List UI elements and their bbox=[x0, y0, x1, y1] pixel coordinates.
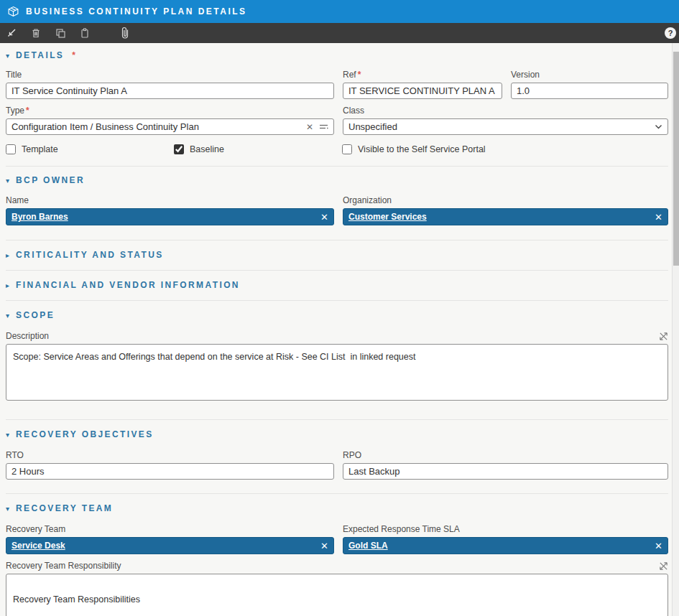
organization-field[interactable]: Customer Services ✕ bbox=[343, 208, 668, 225]
chevron-down-icon bbox=[655, 124, 662, 129]
ssp-checkbox-label: Visible to the Self Service Portal bbox=[358, 144, 486, 154]
clear-icon[interactable]: ✕ bbox=[320, 213, 328, 222]
title-input[interactable] bbox=[6, 83, 334, 99]
type-label: Type* bbox=[6, 106, 334, 116]
recovery-team-field[interactable]: Service Desk ✕ bbox=[6, 537, 334, 554]
organization-label: Organization bbox=[343, 195, 668, 205]
toolbar: ? bbox=[0, 23, 679, 43]
section-title: RECOVERY TEAM bbox=[16, 503, 113, 513]
ssp-visible-checkbox[interactable] bbox=[342, 144, 352, 154]
required-marker: * bbox=[72, 50, 77, 60]
responsibility-label: Recovery Team Responsibility bbox=[6, 561, 121, 571]
recovery-team-link[interactable]: Service Desk bbox=[11, 541, 65, 551]
section-title: SCOPE bbox=[16, 310, 55, 320]
section-header-bcp-owner[interactable]: ▾ BCP OWNER bbox=[6, 175, 668, 185]
name-label: Name bbox=[6, 195, 334, 205]
clear-icon[interactable]: ✕ bbox=[306, 123, 313, 131]
page-title: BUSINESS CONTINUITY PLAN DETAILS bbox=[26, 6, 247, 17]
rpo-input[interactable] bbox=[343, 463, 668, 480]
rto-input[interactable] bbox=[6, 463, 334, 480]
rto-label: RTO bbox=[6, 450, 334, 460]
section-header-financial[interactable]: ▸ FINANCIAL AND VENDOR INFORMATION bbox=[6, 280, 668, 290]
scrollbar-thumb[interactable] bbox=[673, 52, 679, 266]
type-input[interactable] bbox=[6, 118, 334, 135]
bcp-owner-name-link[interactable]: Byron Barnes bbox=[11, 212, 68, 222]
chevron-down-icon: ▾ bbox=[6, 52, 9, 60]
response-sla-link[interactable]: Gold SLA bbox=[348, 541, 388, 551]
template-checkbox-row: Template bbox=[6, 144, 174, 154]
recovery-team-label: Recovery Team bbox=[6, 524, 334, 534]
template-checkbox[interactable] bbox=[6, 144, 16, 154]
baseline-checkbox[interactable] bbox=[174, 144, 184, 154]
template-checkbox-label: Template bbox=[22, 144, 58, 154]
chevron-down-icon: ▾ bbox=[6, 505, 9, 513]
class-select[interactable]: Unspecified bbox=[343, 118, 668, 135]
expand-icon[interactable] bbox=[659, 561, 668, 571]
chevron-right-icon: ▸ bbox=[6, 281, 9, 289]
ref-label: Ref* bbox=[343, 70, 502, 80]
rpo-label: RPO bbox=[343, 450, 668, 460]
section-header-recovery-team[interactable]: ▾ RECOVERY TEAM bbox=[6, 503, 668, 513]
version-label: Version bbox=[511, 70, 668, 80]
ref-input[interactable] bbox=[343, 83, 502, 99]
section-header-details[interactable]: ▾ DETAILS * bbox=[6, 50, 668, 60]
form-content: ▾ DETAILS * Title Ref* Version Type* ✕ bbox=[0, 50, 672, 616]
bcp-owner-name-field[interactable]: Byron Barnes ✕ bbox=[6, 208, 334, 225]
ssp-checkbox-row: Visible to the Self Service Portal bbox=[342, 144, 486, 154]
description-label: Description bbox=[6, 331, 49, 341]
section-header-criticality[interactable]: ▸ CRITICALITY AND STATUS bbox=[6, 250, 668, 260]
delete-icon[interactable] bbox=[29, 26, 43, 40]
help-button[interactable]: ? bbox=[665, 27, 676, 39]
paste-icon[interactable] bbox=[78, 26, 92, 40]
section-header-scope[interactable]: ▾ SCOPE bbox=[6, 310, 668, 320]
clear-icon[interactable]: ✕ bbox=[655, 213, 662, 222]
section-title: RECOVERY OBJECTIVES bbox=[16, 429, 154, 439]
version-input[interactable] bbox=[511, 83, 668, 99]
responsibility-textarea[interactable]: Recovery Team Responsibilities bbox=[6, 574, 668, 616]
collapse-arrow-icon[interactable] bbox=[4, 26, 19, 40]
description-textarea[interactable]: Scope: Service Areas and Offerings that … bbox=[6, 344, 668, 401]
clear-icon[interactable]: ✕ bbox=[655, 541, 662, 551]
chevron-right-icon: ▸ bbox=[6, 251, 9, 259]
organization-link[interactable]: Customer Services bbox=[348, 212, 427, 222]
copy-icon[interactable] bbox=[53, 26, 68, 40]
response-sla-field[interactable]: Gold SLA ✕ bbox=[343, 537, 668, 554]
section-title: DETAILS bbox=[16, 50, 64, 60]
window-titlebar: BUSINESS CONTINUITY PLAN DETAILS bbox=[0, 0, 679, 23]
baseline-checkbox-row: Baseline bbox=[174, 144, 342, 154]
chevron-down-icon: ▾ bbox=[6, 431, 9, 439]
expand-icon[interactable] bbox=[659, 332, 668, 341]
cube-icon bbox=[7, 6, 19, 18]
class-label: Class bbox=[343, 106, 668, 116]
vertical-scrollbar[interactable] bbox=[672, 43, 679, 616]
section-title: FINANCIAL AND VENDOR INFORMATION bbox=[16, 280, 240, 290]
baseline-checkbox-label: Baseline bbox=[190, 144, 224, 154]
clear-icon[interactable]: ✕ bbox=[320, 541, 328, 551]
chevron-down-icon: ▾ bbox=[6, 177, 9, 185]
section-header-recovery-objectives[interactable]: ▾ RECOVERY OBJECTIVES bbox=[6, 429, 668, 439]
class-selected-value: Unspecified bbox=[348, 121, 397, 132]
attachment-icon[interactable] bbox=[118, 26, 132, 40]
chevron-down-icon: ▾ bbox=[6, 312, 9, 319]
browse-list-icon[interactable] bbox=[319, 123, 328, 131]
response-sla-label: Expected Response Time SLA bbox=[343, 524, 668, 534]
section-title: CRITICALITY AND STATUS bbox=[16, 250, 164, 260]
section-title: BCP OWNER bbox=[16, 175, 85, 185]
title-label: Title bbox=[6, 70, 334, 80]
